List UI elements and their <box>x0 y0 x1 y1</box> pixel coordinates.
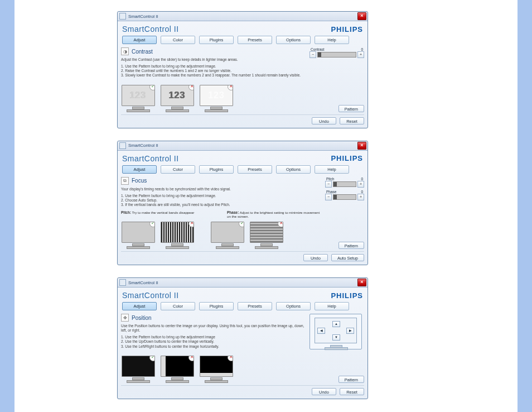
section-title: Position <box>132 315 152 321</box>
monitor-preview: ✕ <box>249 222 284 249</box>
tab-color[interactable]: Color <box>161 36 195 44</box>
preview-text: 123 <box>130 90 147 100</box>
slider-minus-button[interactable]: − <box>309 51 316 58</box>
phase-desc: Adjust to the brightest setting to minim… <box>227 210 320 218</box>
position-preview: ▲ ▼ ◀ ▶ <box>309 314 362 349</box>
tab-row: Adjust Color Plugins Presets Options Hel… <box>122 165 363 174</box>
pattern-button[interactable]: Pattern <box>338 105 364 112</box>
slider-track[interactable] <box>333 194 356 200</box>
step: 1. Use the Pattern button to bring up th… <box>121 335 306 339</box>
slider-value: 0 <box>361 47 363 51</box>
slider-value: 0 <box>361 177 363 181</box>
slider-minus-button[interactable]: − <box>325 181 332 188</box>
tab-plugins[interactable]: Plugins <box>199 36 234 44</box>
tab-color[interactable]: Color <box>161 302 195 310</box>
arrow-right-button[interactable]: ▶ <box>346 328 354 334</box>
check-icon: ✓ <box>149 85 155 90</box>
window-contrast: SmartControl II × SmartControl II PHILIP… <box>117 11 368 128</box>
slider-track[interactable] <box>333 181 356 187</box>
instructions: 1. Use the Pattern button to bring up th… <box>121 64 306 78</box>
step: 1. Use the Pattern button to bring up th… <box>121 64 306 69</box>
product-title: SmartControl II <box>122 291 179 300</box>
system-icon <box>119 13 126 20</box>
monitor-preview: ✓ <box>121 222 156 249</box>
undo-button[interactable]: Undo <box>312 117 336 124</box>
tab-options[interactable]: Options <box>276 302 311 310</box>
step: 3. Slowly lower the Contrast to make the… <box>121 73 306 78</box>
tab-presets[interactable]: Presets <box>238 36 272 44</box>
monitor-preview: 123✕ <box>199 85 234 112</box>
tab-presets[interactable]: Presets <box>238 165 272 174</box>
step: 3. Use the Left/Right buttons to center … <box>121 344 306 349</box>
pattern-button[interactable]: Pattern <box>338 376 364 383</box>
titlebar[interactable]: SmartControl II × <box>118 12 367 21</box>
position-icon: ✥ <box>121 314 129 322</box>
monitor-preview: ✕ <box>160 356 195 383</box>
check-icon: ✓ <box>149 356 155 361</box>
undo-button[interactable]: Undo <box>312 388 336 395</box>
tab-adjust[interactable]: Adjust <box>122 165 157 174</box>
pattern-button[interactable]: Pattern <box>338 242 364 249</box>
preview-text: 123 <box>169 90 186 100</box>
reset-button[interactable]: Reset <box>340 117 364 124</box>
section-desc: Use the Position buttons to center the i… <box>121 324 306 333</box>
slider-value: 0 <box>361 190 363 194</box>
brand-logo: PHILIPS <box>331 291 363 300</box>
undo-button[interactable]: Undo <box>303 254 328 261</box>
titlebar[interactable]: SmartControl II × <box>118 278 367 288</box>
tab-adjust[interactable]: Adjust <box>122 302 157 310</box>
tab-options[interactable]: Options <box>276 165 311 174</box>
slider-plus-button[interactable]: + <box>357 194 364 200</box>
tab-help[interactable]: Help <box>315 302 349 310</box>
section-desc: Adjust the Contrast (use the slider) to … <box>121 58 306 62</box>
pitch-desc: Try to make the vertical bands disappear <box>132 210 195 214</box>
product-title: SmartControl II <box>122 154 179 163</box>
phase-label: Phase: <box>227 210 239 214</box>
client-area: SmartControl II PHILIPS Adjust Color Plu… <box>118 151 367 265</box>
autosetup-button[interactable]: Auto Setup <box>331 254 364 261</box>
tab-presets[interactable]: Presets <box>238 302 272 310</box>
tab-help[interactable]: Help <box>315 165 349 174</box>
check-icon: ✓ <box>149 222 155 227</box>
arrow-left-button[interactable]: ◀ <box>317 328 325 334</box>
cross-icon: ✕ <box>188 356 194 361</box>
step: 3. If the vertical bands are still visib… <box>121 203 322 207</box>
monitor-preview: ✕ <box>199 356 234 383</box>
step: 2. Use the Up/Down buttons to center the… <box>121 339 306 344</box>
slider-minus-button[interactable]: − <box>325 194 332 200</box>
contrast-slider: Contrast 0 − + <box>309 47 364 58</box>
cross-icon: ✕ <box>188 222 194 227</box>
slider-plus-button[interactable]: + <box>357 181 364 188</box>
client-area: SmartControl II PHILIPS Adjust Color Plu… <box>118 21 367 128</box>
cross-icon: ✕ <box>188 85 194 90</box>
step: 2. Raise the Contrast until the numbers … <box>121 69 306 73</box>
slider-plus-button[interactable]: + <box>357 51 364 58</box>
tab-color[interactable]: Color <box>161 165 195 174</box>
reset-button[interactable]: Reset <box>340 388 364 395</box>
tab-help[interactable]: Help <box>315 36 349 44</box>
tab-plugins[interactable]: Plugins <box>199 165 234 174</box>
arrow-down-button[interactable]: ▼ <box>332 334 340 341</box>
slider-track[interactable] <box>317 52 356 58</box>
tab-adjust[interactable]: Adjust <box>122 36 157 44</box>
close-icon[interactable]: × <box>357 279 366 286</box>
section-desc: Your display's timing needs to be synchr… <box>121 187 322 191</box>
titlebar-text: SmartControl II <box>128 143 158 148</box>
arrow-up-button[interactable]: ▲ <box>332 321 340 327</box>
slider-label: Pitch <box>326 177 334 181</box>
close-icon[interactable]: × <box>357 12 366 20</box>
brand-logo: PHILIPS <box>331 154 363 162</box>
phase-monitors: ✓ ✕ <box>210 222 284 249</box>
close-icon[interactable]: × <box>357 142 366 150</box>
tab-plugins[interactable]: Plugins <box>199 302 234 310</box>
titlebar[interactable]: SmartControl II × <box>118 141 367 151</box>
cross-icon: ✕ <box>228 356 233 361</box>
system-icon <box>119 142 126 149</box>
preview-text: 123 <box>208 90 225 100</box>
focus-icon: ⧉ <box>121 177 129 185</box>
window-focus: SmartControl II × SmartControl II PHILIP… <box>117 141 368 266</box>
step: 1. Use the Pattern button to bring up th… <box>121 194 322 198</box>
monitor-preview: 123✕ <box>160 85 195 112</box>
tab-options[interactable]: Options <box>276 36 311 44</box>
cross-icon: ✕ <box>278 222 283 227</box>
